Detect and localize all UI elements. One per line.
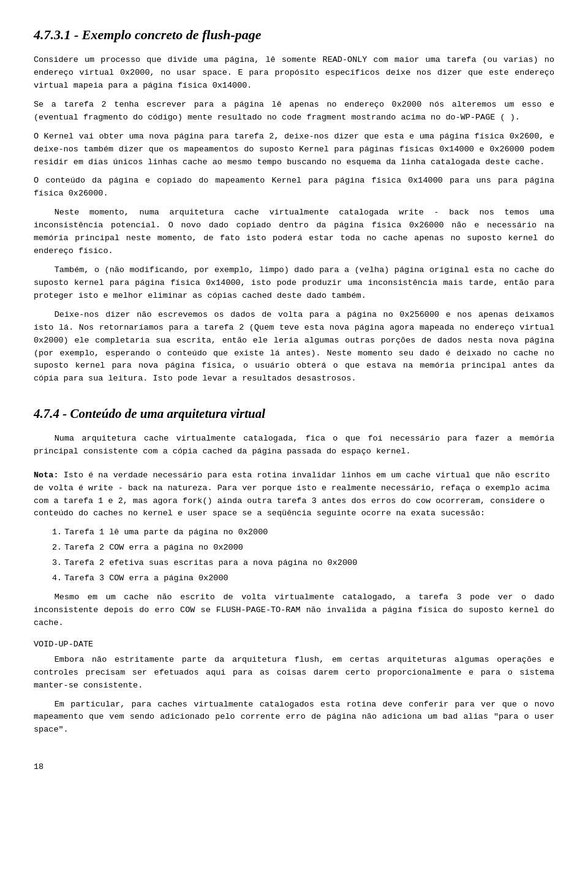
section1-para-4: O conteúdo da página e copiado do mapeam… xyxy=(34,175,554,200)
paragraph-after-list: Mesmo em um cache não escrito de volta v… xyxy=(34,591,554,630)
void-para-2: Em particular, para caches virtualmente … xyxy=(34,699,554,737)
section1-para-3: O Kernel vai obter uma nova página para … xyxy=(34,131,554,169)
section2-intro: Numa arquitetura cache virtualmente cata… xyxy=(34,433,554,458)
section1-para-7: Deixe-nos dizer não escrevemos os dados … xyxy=(34,309,554,386)
list-item: Tarefa 1 lê uma parte da página no 0x200… xyxy=(52,526,554,539)
list-item: Tarefa 2 efetiva suas escritas para a no… xyxy=(52,557,554,570)
list-item: Tarefa 2 COW erra a página no 0x2000 xyxy=(52,542,554,555)
section1-para-2: Se a tarefa 2 tenha escrever para a pági… xyxy=(34,99,554,124)
note-text: Isto é na verdade necessário para esta r… xyxy=(34,471,550,518)
section1-title: 4.7.3.1 - Exemplo concreto de flush-page xyxy=(34,25,554,45)
void-para-1: Embora não estritamente parte da arquite… xyxy=(34,654,554,692)
section1-para-1: Considere um processo que divide uma pág… xyxy=(34,54,554,93)
page-number: 18 xyxy=(34,761,554,774)
note-label: Nota: xyxy=(34,471,59,480)
note-block: Nota: Isto é na verdade necessário para … xyxy=(34,469,554,521)
list-item: Tarefa 3 COW erra a página 0x2000 xyxy=(52,572,554,585)
void-up-date-label: VOID-UP-DATE xyxy=(34,638,554,651)
section1-para-6: Também, o (não modificando, por exemplo,… xyxy=(34,264,554,303)
ordered-list: Tarefa 1 lê uma parte da página no 0x200… xyxy=(52,526,554,585)
section1-para-5: Neste momento, numa arquitetura cache vi… xyxy=(34,206,554,258)
page-content: 4.7.3.1 - Exemplo concreto de flush-page… xyxy=(34,25,554,774)
section2-title: 4.7.4 - Conteúdo de uma arquitetura virt… xyxy=(34,404,554,424)
